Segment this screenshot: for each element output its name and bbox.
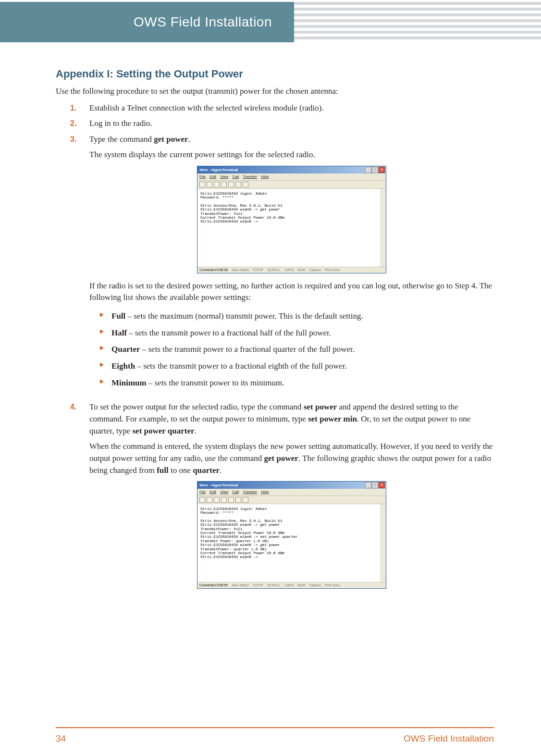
status-protocol: TCP/IP [253, 268, 264, 273]
menu-file: File [199, 490, 206, 494]
toolbar-icon [221, 182, 227, 187]
command-bold: quarter [193, 466, 220, 475]
status-protocol: TCP/IP [253, 583, 264, 588]
menu-view: View [220, 490, 228, 494]
toolbar-icon [199, 497, 205, 503]
page-content: Appendix I: Setting the Output Power Use… [0, 42, 541, 599]
status-echo: Print echo [325, 268, 340, 273]
step-number: 4. [70, 401, 76, 412]
power-setting-half: Half – sets the transmit power to a frac… [100, 327, 494, 344]
menu-transfer: Transfer [243, 490, 257, 494]
toolbar-icon [221, 497, 227, 503]
step-number: 3. [70, 134, 76, 145]
toolbar-icon [228, 182, 234, 187]
toolbar-icon [243, 182, 248, 187]
power-setting-full: Full – sets the maximum (normal) transmi… [100, 310, 494, 327]
toolbar-icon [207, 497, 212, 503]
step-extra: The system displays the current power se… [89, 149, 494, 161]
status-capture: Capture [309, 583, 321, 588]
page-footer-label: OWS Field Installation [404, 732, 494, 745]
step-fragment: . [188, 135, 190, 144]
window-menubar: File Edit View Call Transfer Help [197, 174, 386, 181]
power-setting-minimum: Minimum – sets the transmit power to its… [100, 377, 494, 394]
setting-term: Full [111, 311, 125, 321]
step-number: 1. [70, 102, 76, 113]
terminal-output: Strix_E1C55910434 login: Admin Password:… [197, 189, 386, 267]
step-4: 4. To set the power output for the selec… [70, 401, 494, 599]
step-text: Log in to the radio. [89, 118, 494, 130]
status-capture: Capture [309, 268, 321, 273]
bullet-icon [100, 329, 104, 334]
window-toolbar [197, 496, 386, 504]
step-after-figure: If the radio is set to the desired power… [89, 280, 494, 304]
menu-transfer: Transfer [243, 174, 257, 179]
step-list: 1. Establish a Telnet connection with th… [56, 102, 494, 599]
toolbar-icon [214, 497, 220, 503]
step-fragment: Type the command [89, 135, 154, 144]
menu-call: Call [233, 490, 239, 494]
step-fragment: To set the power output for the selected… [89, 402, 304, 411]
step-text: Establish a Telnet connection with the s… [89, 102, 494, 114]
menu-help: Help [261, 174, 269, 179]
bullet-icon [100, 379, 104, 384]
setting-desc: – sets the transmit power to a fractiona… [127, 328, 331, 337]
step-1: 1. Establish a Telnet connection with th… [70, 102, 494, 118]
minimize-icon: _ [365, 482, 371, 488]
status-caps: CAPS [284, 583, 294, 588]
header-title: OWS Field Installation [134, 12, 272, 32]
footer-rule [56, 727, 494, 728]
status-num: NUM [297, 268, 305, 273]
step-2: 2. Log in to the radio. [70, 118, 494, 134]
bullet-icon [100, 362, 104, 367]
toolbar-icon [228, 497, 234, 503]
window-titlebar: Strix - HyperTerminal _ □ × [197, 482, 386, 489]
step-text: Type the command get power. [89, 134, 494, 146]
toolbar-icon [199, 182, 205, 187]
menu-edit: Edit [209, 174, 216, 179]
menu-edit: Edit [209, 490, 216, 494]
command-bold: get power [264, 454, 298, 463]
step-fragment: . [220, 466, 221, 475]
terminal-output: Strix_E1C55910434 login: Admin Password:… [197, 504, 386, 582]
intro-text: Use the following procedure to set the o… [56, 86, 494, 98]
window-title: Strix - HyperTerminal [199, 483, 238, 488]
window-statusbar: Connected 0:00:30 Auto detect TCP/IP SCR… [197, 267, 386, 273]
setting-term: Eighth [111, 361, 135, 371]
setting-term: Minimum [111, 378, 147, 387]
window-titlebar: Strix - HyperTerminal _ □ × [197, 166, 386, 174]
step-fragment: to one [169, 466, 193, 475]
hyperterminal-screenshot-2: Strix - HyperTerminal _ □ × File Edit Vi… [197, 481, 386, 589]
page-number: 34 [56, 732, 66, 745]
status-echo: Print echo [325, 583, 340, 588]
status-scroll: SCROLL [267, 268, 281, 273]
toolbar-icon [214, 182, 220, 187]
maximize-icon: □ [372, 482, 378, 488]
status-connection: Connected 0:00:30 [199, 268, 228, 273]
power-setting-quarter: Quarter – sets the transmit power to a f… [100, 344, 494, 360]
header-solid: OWS Field Installation [0, 2, 294, 42]
command-bold: get power [154, 135, 188, 144]
power-settings-list: Full – sets the maximum (normal) transmi… [89, 310, 494, 394]
page-footer: 34 OWS Field Installation [56, 732, 494, 745]
menu-file: File [199, 174, 206, 179]
window-title: Strix - HyperTerminal [199, 167, 238, 173]
setting-desc: – sets the transmit power to its minimum… [147, 378, 284, 387]
command-bold: set power min [308, 414, 357, 423]
status-connection: Connected 0:00:55 [199, 583, 228, 588]
maximize-icon: □ [372, 167, 378, 173]
hyperterminal-screenshot-1: Strix - HyperTerminal _ □ × File Edit Vi… [197, 166, 386, 273]
menu-view: View [220, 174, 228, 179]
step-3: 3. Type the command get power. The syste… [70, 134, 494, 402]
step-number: 2. [70, 118, 76, 129]
header-banner: OWS Field Installation [0, 2, 541, 42]
window-toolbar [197, 181, 386, 189]
menu-help: Help [261, 490, 269, 494]
close-icon: × [379, 167, 385, 173]
status-num: NUM [297, 583, 305, 588]
window-menubar: File Edit View Call Transfer Help [197, 489, 386, 496]
command-bold: set power [304, 402, 337, 411]
toolbar-icon [207, 182, 212, 187]
status-autodetect: Auto detect [232, 268, 248, 273]
status-scroll: SCROLL [267, 583, 281, 588]
status-autodetect: Auto detect [232, 583, 248, 588]
